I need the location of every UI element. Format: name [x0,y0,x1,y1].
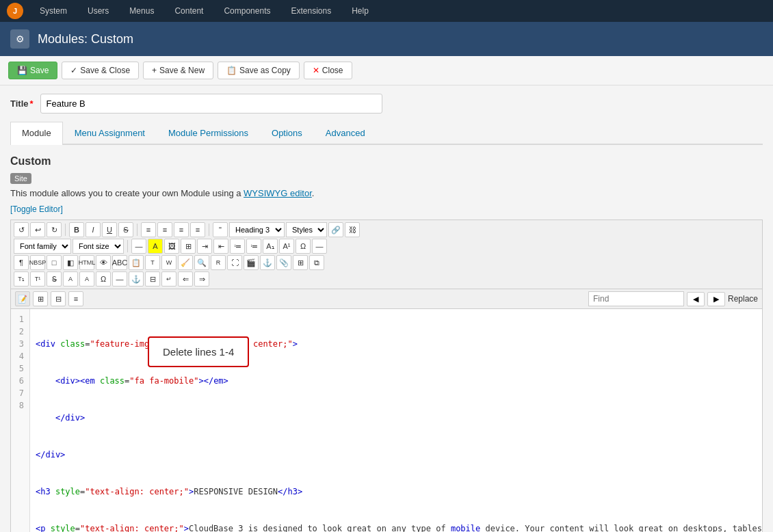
section-title: Custom [10,155,763,168]
title-input[interactable] [40,94,382,114]
spell-btn[interactable]: ABC [112,255,127,270]
link-btn[interactable]: 🔗 [328,222,343,237]
editor-undo-btn[interactable]: ↩ [30,222,45,237]
tab-options[interactable]: Options [260,122,314,144]
save-copy-button[interactable]: 📋 Save as Copy [218,62,300,79]
ltr-btn[interactable]: ⇒ [194,271,209,287]
font-size-select[interactable]: Font size [73,239,124,254]
strikethrough-btn[interactable]: S [118,222,133,237]
hr-btn[interactable]: — [131,239,146,254]
editor-redo-btn[interactable]: ↻ [47,222,62,237]
clip-btn[interactable]: 📎 [276,255,291,270]
bgcolor-btn[interactable]: A [79,271,94,287]
title-row: Title* [10,94,763,114]
view-fullpage-btn[interactable]: ≡ [68,291,83,306]
tab-module-permissions[interactable]: Module Permissions [157,122,260,144]
styles-select[interactable]: Styles [286,222,327,237]
color-btn[interactable]: A [63,271,78,287]
align-center-btn[interactable]: ≡ [157,222,172,237]
frame-btn[interactable]: □ [47,255,62,270]
charmap-btn[interactable]: Ω [96,271,111,287]
strikethrough2-btn[interactable]: S̶ [47,271,62,287]
paste-btn[interactable]: 📋 [129,255,144,270]
nbsp-btn[interactable]: NBSP [30,255,45,270]
pagebreak-btn[interactable]: ⊟ [145,271,160,287]
anchor-btn[interactable]: ⚓ [260,255,275,270]
layers-btn[interactable]: ⧉ [309,255,324,270]
blockquote-btn[interactable]: " [213,222,228,237]
close-button[interactable]: ✕ Close [304,62,352,79]
nav-extensions[interactable]: Extensions [287,3,335,18]
save-close-button[interactable]: ✓ Save & Close [62,62,139,79]
paste-word-btn[interactable]: W [161,255,176,270]
list-ol-btn[interactable]: ≔ [246,239,261,254]
save-new-button[interactable]: + Save & New [143,62,213,79]
nav-content[interactable]: Content [170,3,207,18]
nav-components[interactable]: Components [220,3,274,18]
editor-undo2-btn[interactable]: ↺ [14,222,29,237]
main-toolbar: 💾 Save ✓ Save & Close + Save & New 📋 Sav… [0,56,773,85]
fullscreen-btn[interactable]: ⛶ [227,255,242,270]
highlight-btn[interactable]: A [148,239,163,254]
nav-system[interactable]: System [36,3,71,18]
code-line-6: <p style="text-align: center;">CloudBase… [36,522,757,532]
editor-toolbar: ↺ ↩ ↻ B I U S ≡ ≡ ≡ ≡ " Heading 3 Styl [11,220,762,289]
para-btn[interactable]: ¶ [14,255,29,270]
replace-label: Replace [728,294,758,304]
italic-btn[interactable]: I [86,222,101,237]
nav-users[interactable]: Users [83,3,113,18]
sup-btn[interactable]: A¹ [279,239,294,254]
wysiwyg-link[interactable]: WYSIWYG editor [244,188,312,198]
layer-btn[interactable]: ◧ [63,255,78,270]
toolbar-row-1: ↺ ↩ ↻ B I U S ≡ ≡ ≡ ≡ " Heading 3 Styl [14,222,759,237]
toggle-editor-link[interactable]: [Toggle Editor] [10,204,63,214]
paste-text-btn[interactable]: T [145,255,160,270]
replace-btn[interactable]: R [211,255,226,270]
superscript-btn[interactable]: T¹ [30,271,45,287]
find-next-btn[interactable]: ▶ [707,292,725,306]
media-btn[interactable]: 🎬 [244,255,259,270]
indent-btn[interactable]: ⇥ [197,239,212,254]
cleanup-btn[interactable]: 🧹 [178,255,193,270]
bold-btn[interactable]: B [69,222,84,237]
tab-advanced[interactable]: Advanced [314,122,377,144]
view-code-btn[interactable]: ⊞ [33,291,48,306]
list-ul-btn[interactable]: ≔ [230,239,245,254]
separator-4 [127,240,128,252]
unlink-btn[interactable]: ⛓ [345,222,360,237]
save-button[interactable]: 💾 Save [8,62,57,79]
table2-btn[interactable]: ⊞ [293,255,308,270]
tab-module[interactable]: Module [10,122,63,145]
align-justify-btn[interactable]: ≡ [190,222,205,237]
hr2-btn[interactable]: — [112,271,127,287]
img-btn[interactable]: 🖼 [164,239,179,254]
tab-menu-assignment[interactable]: Menu Assignment [63,122,157,144]
view-split-btn[interactable]: ⊟ [51,291,66,306]
align-left-btn[interactable]: ≡ [141,222,156,237]
remove-format-btn[interactable]: — [312,239,327,254]
copy-icon: 📋 [226,66,237,75]
anchor2-btn[interactable]: ⚓ [129,271,144,287]
subscript-btn[interactable]: T₁ [14,271,29,287]
preview-btn[interactable]: 👁 [96,255,111,270]
source-btn[interactable]: HTML [79,255,94,270]
align-right-btn[interactable]: ≡ [174,222,189,237]
underline-btn[interactable]: U [102,222,117,237]
nav-help[interactable]: Help [348,3,373,18]
nav-menus[interactable]: Menus [125,3,158,18]
find-btn[interactable]: 🔍 [194,255,209,270]
find-prev-btn[interactable]: ◀ [687,292,705,306]
view-visual-btn[interactable]: 📝 [15,291,30,306]
sub-btn[interactable]: A₁ [263,239,278,254]
code-content[interactable]: <div class="feature-img" style="text-ali… [30,309,762,532]
code-line-3: </div> [36,412,757,424]
code-line-1: <div class="feature-img" style="text-ali… [36,338,757,350]
rtl-btn[interactable]: ⇐ [178,271,193,287]
font-family-select[interactable]: Font family [14,239,71,254]
find-input[interactable] [588,291,684,306]
special-chars-btn[interactable]: Ω [296,239,311,254]
table-btn[interactable]: ⊞ [181,239,196,254]
heading-select[interactable]: Heading 3 [229,222,285,237]
nonbreak-btn[interactable]: ↵ [161,271,176,287]
outdent-btn[interactable]: ⇤ [213,239,228,254]
